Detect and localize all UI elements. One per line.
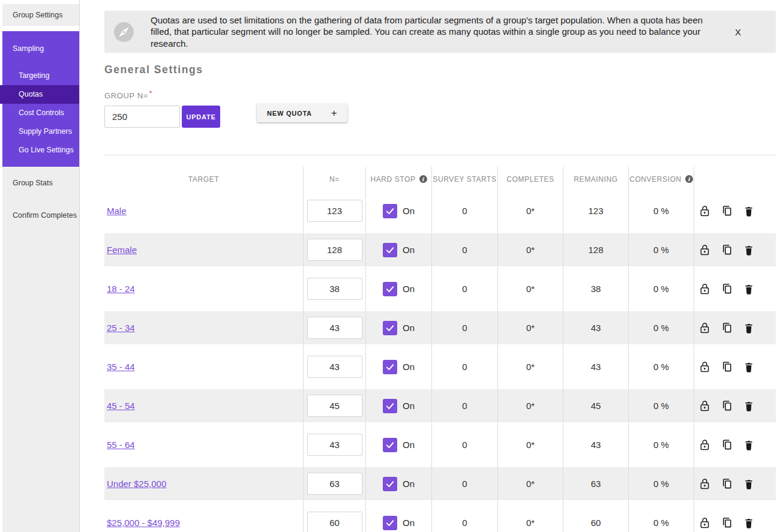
delete-button[interactable] [743,438,755,451]
delete-button[interactable] [743,516,755,529]
delete-button[interactable] [743,321,755,334]
table-row: 45 - 54 On 0 0* 45 0 % [104,386,776,425]
hard-stop-checkbox[interactable] [383,282,397,296]
n-cell [303,425,365,464]
remaining-value: 45 [591,401,601,411]
group-n-input[interactable] [104,106,180,128]
quota-n-input[interactable] [307,239,362,261]
table-header: TARGET N= HARD STOP i SURVEY STARTS COMP… [104,167,776,191]
survey-starts-cell: 0 [431,230,497,269]
compass-icon [114,22,134,42]
sidebar-item-quotas[interactable]: Quotas [0,85,79,104]
hard-stop-checkbox[interactable] [383,243,397,257]
survey-starts-value: 0 [462,245,467,255]
check-icon [385,206,395,217]
hard-stop-checkbox[interactable] [383,321,397,335]
sidebar-item-confirm-completes[interactable]: Confirm Completes [2,206,79,225]
target-link[interactable]: Under $25,000 [107,479,166,489]
lock-button[interactable] [698,477,711,490]
copy-button[interactable] [721,244,733,256]
copy-button[interactable] [721,360,733,373]
lock-button[interactable] [698,321,711,334]
copy-button[interactable] [721,282,733,295]
hard-stop-checkbox[interactable] [383,399,397,413]
new-quota-button[interactable]: NEW QUOTA + [257,104,347,122]
sidebar-item-go-live-settings[interactable]: Go Live Settings [2,141,79,160]
quota-n-input[interactable] [307,434,362,456]
target-link[interactable]: 25 - 34 [107,323,135,333]
sidebar-item-supply-partners[interactable]: Supply Partners [2,122,79,141]
copy-icon [721,244,733,256]
lock-open-icon [698,399,711,412]
conversion-value: 0 % [653,518,669,528]
lock-button[interactable] [698,244,711,256]
target-link[interactable]: 18 - 24 [107,284,135,294]
copy-button[interactable] [721,399,733,412]
header-conversion: CONVERSION i [628,167,694,191]
quota-n-input[interactable] [307,473,362,495]
sidebar-item-group-settings[interactable]: Group Settings [2,4,79,26]
trash-icon [743,361,755,373]
remaining-value: 43 [591,323,601,333]
target-link[interactable]: Female [107,245,137,255]
copy-button[interactable] [721,477,733,490]
quota-n-input[interactable] [307,200,362,222]
info-icon[interactable]: i [685,175,693,183]
info-icon[interactable]: i [419,175,427,183]
hard-stop-checkbox[interactable] [383,477,397,491]
sidebar-item-targeting[interactable]: Targeting [2,67,79,85]
hard-stop-checkbox[interactable] [383,360,397,374]
completes-value: 0* [526,206,535,216]
delete-button[interactable] [743,399,755,412]
hard-stop-checkbox[interactable] [383,516,397,530]
delete-button[interactable] [743,477,755,490]
sidebar-item-sampling[interactable]: Sampling [2,40,79,58]
copy-button[interactable] [721,516,733,529]
conversion-value: 0 % [653,440,669,450]
remaining-value: 38 [591,284,601,294]
actions-cell [694,308,776,347]
lock-button[interactable] [698,399,711,412]
target-link[interactable]: $25,000 - $49,999 [107,518,180,528]
actions-cell [694,503,776,532]
banner-text: Quotas are used to set limitations on th… [151,14,721,50]
quota-n-input[interactable] [307,512,362,532]
lock-button[interactable] [698,438,711,451]
header-completes: COMPLETES [497,167,563,191]
target-link[interactable]: 45 - 54 [107,401,135,411]
delete-button[interactable] [743,244,755,256]
conversion-value: 0 % [653,323,669,333]
lock-button[interactable] [698,205,711,217]
lock-button[interactable] [698,516,711,529]
copy-button[interactable] [721,205,733,217]
quota-n-input[interactable] [307,317,362,339]
lock-button[interactable] [698,360,711,373]
target-link[interactable]: 55 - 64 [107,440,135,450]
delete-button[interactable] [743,360,755,373]
quotas-table: TARGET N= HARD STOP i SURVEY STARTS COMP… [104,167,776,532]
actions-cell [694,191,776,230]
copy-button[interactable] [721,438,733,451]
sidebar-item-group-stats[interactable]: Group Stats [2,174,79,193]
quota-n-input[interactable] [307,278,362,300]
conversion-value: 0 % [653,245,669,255]
target-cell: 25 - 34 [104,308,303,347]
sidebar-item-cost-controls[interactable]: Cost Controls [2,104,79,122]
survey-starts-value: 0 [462,284,467,294]
hard-stop-checkbox[interactable] [383,438,397,452]
quota-n-input[interactable] [307,356,362,378]
hard-stop-checkbox[interactable] [383,204,397,218]
hard-stop-label: On [403,440,415,450]
survey-starts-cell: 0 [431,503,497,532]
quota-n-input[interactable] [307,395,362,417]
banner-close-button[interactable]: X [735,27,741,37]
delete-button[interactable] [743,282,755,295]
main-content: Quotas are used to set limitations on th… [80,0,780,532]
delete-button[interactable] [743,205,755,217]
copy-button[interactable] [721,321,733,334]
target-link[interactable]: Male [107,206,127,216]
update-button[interactable]: UPDATE [182,106,220,128]
lock-button[interactable] [698,282,711,295]
trash-icon [743,400,755,412]
target-link[interactable]: 35 - 44 [107,362,135,372]
